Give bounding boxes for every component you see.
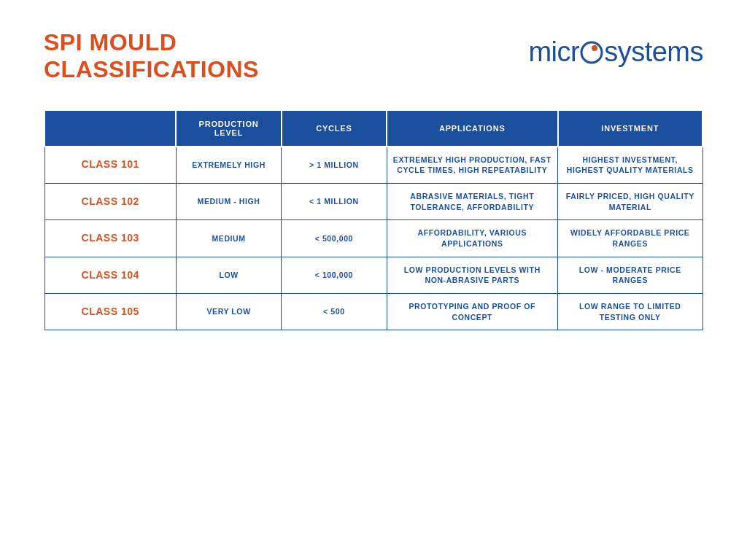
cell-investment-1: FAIRLY PRICED, HIGH QUALITY MATERIAL xyxy=(558,183,703,219)
logo: micr systems xyxy=(528,36,703,68)
cell-applications-4: PROTOTYPING AND PROOF OF CONCEPT xyxy=(387,294,558,330)
cell-production-4: VERY LOW xyxy=(176,294,281,330)
cell-class-3: CLASS 104 xyxy=(44,257,176,293)
cell-production-1: MEDIUM - HIGH xyxy=(176,183,281,219)
page: SPI MOULD CLASSIFICATIONS micr systems xyxy=(0,0,747,560)
cell-cycles-0: > 1 MILLION xyxy=(282,147,387,184)
col-header-production: PRODUCTIONLEVEL xyxy=(176,110,281,147)
title-block: SPI MOULD CLASSIFICATIONS xyxy=(44,29,259,83)
table-row: CLASS 103MEDIUM< 500,000AFFORDABILITY, V… xyxy=(44,220,703,257)
svg-point-1 xyxy=(592,45,597,51)
table-container: PRODUCTIONLEVEL CYCLES APPLICATIONS INVE… xyxy=(44,109,703,531)
cell-cycles-1: < 1 MILLION xyxy=(282,183,387,219)
cell-production-0: EXTREMELY HIGH xyxy=(176,147,281,184)
table-row: CLASS 104LOW< 100,000LOW PRODUCTION LEVE… xyxy=(44,257,703,293)
table-row: CLASS 101EXTREMELY HIGH> 1 MILLIONEXTREM… xyxy=(44,147,703,184)
cell-class-0: CLASS 101 xyxy=(44,147,176,184)
cell-class-2: CLASS 103 xyxy=(44,220,176,257)
col-header-class xyxy=(44,110,176,147)
svg-point-0 xyxy=(581,42,602,63)
col-header-applications: APPLICATIONS xyxy=(387,110,558,147)
cell-investment-2: WIDELY AFFORDABLE PRICE RANGES xyxy=(558,220,703,257)
cell-cycles-2: < 500,000 xyxy=(282,220,387,257)
table-row: CLASS 102MEDIUM - HIGH< 1 MILLIONABRASIV… xyxy=(44,183,703,219)
cell-class-1: CLASS 102 xyxy=(44,183,176,219)
cell-production-2: MEDIUM xyxy=(176,220,281,257)
cell-investment-3: LOW - MODERATE PRICE RANGES xyxy=(558,257,703,293)
logo-part1: micr xyxy=(528,36,579,68)
cell-applications-2: AFFORDABILITY, VARIOUS APPLICATIONS xyxy=(387,220,558,257)
table-row: CLASS 105VERY LOW< 500PROTOTYPING AND PR… xyxy=(44,294,703,330)
logo-o-icon xyxy=(580,41,603,64)
cell-applications-0: EXTREMELY HIGH PRODUCTION, FAST CYCLE TI… xyxy=(387,147,558,184)
cell-class-4: CLASS 105 xyxy=(44,294,176,330)
cell-cycles-3: < 100,000 xyxy=(282,257,387,293)
logo-part2: systems xyxy=(604,36,703,68)
cell-applications-3: LOW PRODUCTION LEVELS WITH NON-ABRASIVE … xyxy=(387,257,558,293)
cell-cycles-4: < 500 xyxy=(282,294,387,330)
cell-production-3: LOW xyxy=(176,257,281,293)
classifications-table: PRODUCTIONLEVEL CYCLES APPLICATIONS INVE… xyxy=(44,109,703,331)
cell-applications-1: ABRASIVE MATERIALS, TIGHT TOLERANCE, AFF… xyxy=(387,183,558,219)
table-header-row: PRODUCTIONLEVEL CYCLES APPLICATIONS INVE… xyxy=(44,110,703,147)
page-title: SPI MOULD CLASSIFICATIONS xyxy=(44,29,259,83)
col-header-investment: INVESTMENT xyxy=(558,110,703,147)
header: SPI MOULD CLASSIFICATIONS micr systems xyxy=(44,29,703,83)
cell-investment-0: HIGHEST INVESTMENT, HIGHEST QUALITY MATE… xyxy=(558,147,703,184)
col-header-cycles: CYCLES xyxy=(282,110,387,147)
cell-investment-4: LOW RANGE TO LIMITED TESTING ONLY xyxy=(558,294,703,330)
